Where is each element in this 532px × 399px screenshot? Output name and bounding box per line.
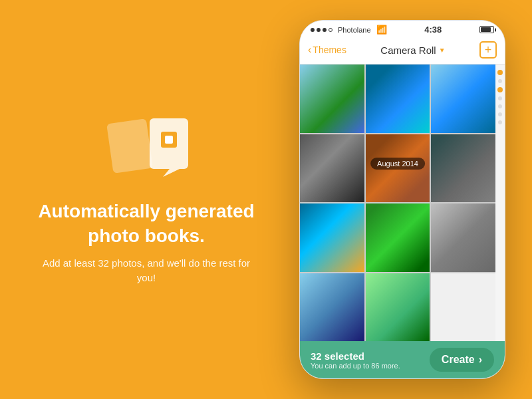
add-button[interactable]: + — [479, 41, 497, 59]
status-bar: Photolane 📶 4:38 — [300, 21, 505, 37]
scroll-dot-1 — [497, 70, 503, 75]
scroll-dot-4 — [498, 96, 502, 100]
scroll-dot-3 — [497, 87, 503, 92]
photo-cell-2[interactable] — [366, 65, 430, 133]
dropdown-arrow-icon: ▼ — [439, 47, 446, 54]
photo-cell-10[interactable] — [300, 273, 364, 342]
left-panel: Automatically generated photo books. Add… — [33, 113, 259, 286]
signal-dot-2 — [317, 28, 321, 32]
photo-cell-4[interactable] — [300, 134, 364, 203]
photo-grid-container: August 2014 — [300, 65, 505, 341]
create-button[interactable]: Create › — [430, 348, 494, 372]
create-arrow-icon: › — [479, 354, 482, 366]
create-label: Create — [442, 354, 475, 366]
photo-cell-6[interactable] — [431, 134, 495, 203]
photo-cell-3[interactable] — [431, 65, 495, 133]
photo-cell-11[interactable] — [366, 273, 430, 342]
photo-cell-9[interactable] — [431, 203, 495, 272]
add-icon: + — [485, 44, 492, 56]
carrier-name: Photolane — [338, 26, 371, 34]
nav-title-text: Camera Roll — [380, 45, 436, 56]
signal-dot-1 — [311, 28, 315, 32]
battery-icon — [479, 26, 494, 33]
scroll-dot-6 — [498, 112, 502, 116]
main-subtitle: Add at least 32 photos, and we'll do the… — [33, 256, 259, 286]
bottom-bar: 32 selected You can add up to 86 more. C… — [300, 341, 505, 378]
status-carrier: Photolane 📶 — [311, 25, 387, 35]
app-logo — [106, 113, 186, 186]
svg-marker-4 — [163, 169, 180, 177]
nav-title[interactable]: Camera Roll ▼ — [380, 45, 445, 56]
signal-dot-4 — [329, 28, 332, 32]
photo-cell-1[interactable] — [300, 65, 364, 133]
svg-rect-3 — [165, 136, 173, 144]
photo-cell-7[interactable] — [300, 203, 364, 272]
nav-bar: ‹ Themes Camera Roll ▼ + — [300, 37, 505, 65]
phone-mockup: Photolane 📶 4:38 ‹ Themes Camera Roll ▼ … — [299, 20, 505, 379]
back-chevron-icon: ‹ — [308, 44, 311, 56]
photo-cell-12[interactable] — [431, 273, 495, 342]
selected-count: 32 selected — [311, 350, 400, 362]
date-label: August 2014 — [370, 158, 425, 170]
photo-cell-5[interactable]: August 2014 — [366, 134, 430, 203]
svg-rect-0 — [106, 118, 153, 174]
wifi-icon: 📶 — [376, 25, 387, 35]
scroll-indicator — [495, 65, 505, 341]
left-text: Automatically generated photo books. Add… — [33, 200, 259, 286]
status-right — [479, 26, 494, 33]
selected-sub: You can add up to 86 more. — [311, 362, 400, 370]
selection-info: 32 selected You can add up to 86 more. — [311, 350, 400, 370]
back-button[interactable]: ‹ Themes — [308, 44, 346, 56]
main-title: Automatically generated photo books. — [33, 200, 259, 248]
signal-dot-3 — [323, 28, 327, 32]
photo-grid: August 2014 — [300, 65, 495, 341]
scroll-dot-5 — [498, 104, 502, 108]
photo-cell-8[interactable] — [366, 203, 430, 272]
scroll-dot-7 — [498, 120, 502, 124]
battery-fill — [481, 27, 491, 32]
status-time: 4:38 — [424, 25, 442, 35]
back-label: Themes — [313, 45, 346, 55]
scroll-dot-2 — [498, 79, 502, 83]
